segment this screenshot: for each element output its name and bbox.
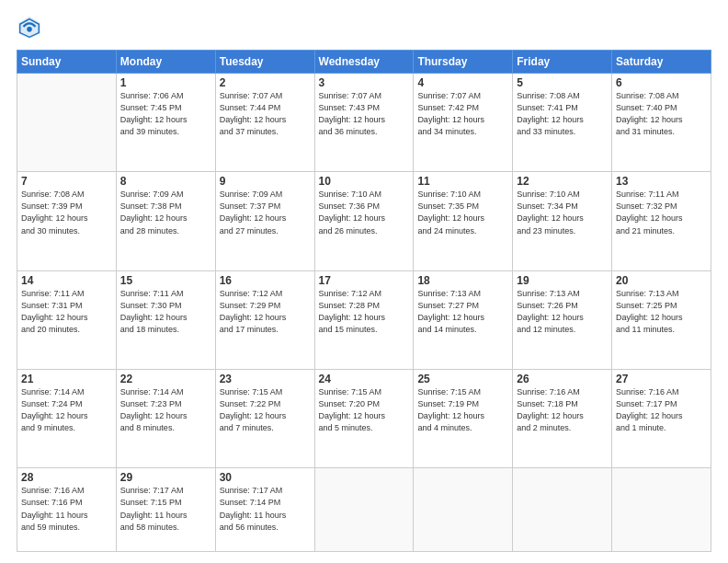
day-number: 3 <box>319 76 410 89</box>
calendar-col-header: Thursday <box>414 51 513 74</box>
calendar-cell: 18Sunrise: 7:13 AM Sunset: 7:27 PM Dayli… <box>414 270 513 369</box>
calendar-col-header: Monday <box>116 51 215 74</box>
day-info: Sunrise: 7:12 AM Sunset: 7:28 PM Dayligh… <box>319 288 410 336</box>
day-number: 28 <box>21 471 112 484</box>
calendar-cell: 9Sunrise: 7:09 AM Sunset: 7:37 PM Daylig… <box>215 172 314 270</box>
calendar-cell: 28Sunrise: 7:16 AM Sunset: 7:16 PM Dayli… <box>17 468 117 552</box>
day-info: Sunrise: 7:07 AM Sunset: 7:43 PM Dayligh… <box>319 90 410 138</box>
calendar-cell: 23Sunrise: 7:15 AM Sunset: 7:22 PM Dayli… <box>215 370 314 468</box>
calendar-cell: 10Sunrise: 7:10 AM Sunset: 7:36 PM Dayli… <box>314 172 414 270</box>
calendar-week-row: 7Sunrise: 7:08 AM Sunset: 7:39 PM Daylig… <box>17 172 711 270</box>
day-info: Sunrise: 7:17 AM Sunset: 7:14 PM Dayligh… <box>220 485 311 533</box>
calendar-cell <box>513 468 612 552</box>
day-number: 16 <box>220 274 311 287</box>
day-info: Sunrise: 7:07 AM Sunset: 7:42 PM Dayligh… <box>417 90 508 138</box>
calendar-col-header: Tuesday <box>215 51 314 74</box>
day-number: 21 <box>21 373 112 385</box>
calendar-cell: 12Sunrise: 7:10 AM Sunset: 7:34 PM Dayli… <box>513 172 612 270</box>
day-number: 11 <box>417 175 508 188</box>
calendar-cell: 17Sunrise: 7:12 AM Sunset: 7:28 PM Dayli… <box>314 270 414 369</box>
day-info: Sunrise: 7:07 AM Sunset: 7:44 PM Dayligh… <box>220 90 311 138</box>
calendar-cell: 26Sunrise: 7:16 AM Sunset: 7:18 PM Dayli… <box>513 370 612 468</box>
calendar-week-row: 1Sunrise: 7:06 AM Sunset: 7:45 PM Daylig… <box>17 74 711 172</box>
day-number: 5 <box>517 76 608 89</box>
day-info: Sunrise: 7:10 AM Sunset: 7:35 PM Dayligh… <box>417 189 508 236</box>
calendar-cell: 27Sunrise: 7:16 AM Sunset: 7:17 PM Dayli… <box>612 370 711 468</box>
day-number: 7 <box>21 175 112 188</box>
day-info: Sunrise: 7:16 AM Sunset: 7:17 PM Dayligh… <box>616 386 707 434</box>
calendar-cell: 30Sunrise: 7:17 AM Sunset: 7:14 PM Dayli… <box>215 468 314 552</box>
day-number: 8 <box>120 175 211 188</box>
day-info: Sunrise: 7:11 AM Sunset: 7:30 PM Dayligh… <box>120 288 211 336</box>
day-number: 26 <box>517 373 608 385</box>
calendar-cell: 14Sunrise: 7:11 AM Sunset: 7:31 PM Dayli… <box>17 270 117 369</box>
calendar-cell: 15Sunrise: 7:11 AM Sunset: 7:30 PM Dayli… <box>116 270 215 369</box>
day-number: 4 <box>417 76 508 89</box>
day-number: 10 <box>319 175 410 188</box>
day-number: 27 <box>616 373 707 385</box>
day-info: Sunrise: 7:09 AM Sunset: 7:37 PM Dayligh… <box>220 189 311 236</box>
day-info: Sunrise: 7:11 AM Sunset: 7:31 PM Dayligh… <box>21 288 112 336</box>
calendar-week-row: 14Sunrise: 7:11 AM Sunset: 7:31 PM Dayli… <box>17 270 711 369</box>
day-number: 24 <box>319 373 410 385</box>
calendar-header-row: SundayMondayTuesdayWednesdayThursdayFrid… <box>17 51 711 74</box>
calendar-table: SundayMondayTuesdayWednesdayThursdayFrid… <box>17 50 711 552</box>
day-info: Sunrise: 7:08 AM Sunset: 7:40 PM Dayligh… <box>616 90 707 138</box>
svg-point-2 <box>27 27 32 32</box>
day-number: 9 <box>220 175 311 188</box>
calendar-week-row: 28Sunrise: 7:16 AM Sunset: 7:16 PM Dayli… <box>17 468 711 552</box>
calendar-col-header: Sunday <box>17 51 117 74</box>
day-number: 23 <box>220 373 311 385</box>
day-number: 20 <box>616 274 707 287</box>
header <box>17 15 711 40</box>
calendar-cell <box>612 468 711 552</box>
day-number: 1 <box>120 76 211 89</box>
day-info: Sunrise: 7:08 AM Sunset: 7:41 PM Dayligh… <box>517 90 608 138</box>
calendar-cell: 5Sunrise: 7:08 AM Sunset: 7:41 PM Daylig… <box>513 74 612 172</box>
calendar-cell: 21Sunrise: 7:14 AM Sunset: 7:24 PM Dayli… <box>17 370 117 468</box>
day-info: Sunrise: 7:15 AM Sunset: 7:20 PM Dayligh… <box>319 386 410 434</box>
day-info: Sunrise: 7:14 AM Sunset: 7:24 PM Dayligh… <box>21 386 112 434</box>
day-info: Sunrise: 7:13 AM Sunset: 7:27 PM Dayligh… <box>417 288 508 336</box>
day-number: 2 <box>220 76 311 89</box>
calendar-cell: 20Sunrise: 7:13 AM Sunset: 7:25 PM Dayli… <box>612 270 711 369</box>
day-info: Sunrise: 7:10 AM Sunset: 7:34 PM Dayligh… <box>517 189 608 236</box>
day-info: Sunrise: 7:16 AM Sunset: 7:16 PM Dayligh… <box>21 485 112 533</box>
calendar-cell: 2Sunrise: 7:07 AM Sunset: 7:44 PM Daylig… <box>215 74 314 172</box>
day-info: Sunrise: 7:15 AM Sunset: 7:19 PM Dayligh… <box>417 386 508 434</box>
calendar-cell: 3Sunrise: 7:07 AM Sunset: 7:43 PM Daylig… <box>314 74 414 172</box>
day-number: 19 <box>517 274 608 287</box>
day-number: 6 <box>616 76 707 89</box>
page: SundayMondayTuesdayWednesdayThursdayFrid… <box>0 0 728 563</box>
day-number: 29 <box>120 471 211 484</box>
day-number: 18 <box>417 274 508 287</box>
calendar-cell <box>414 468 513 552</box>
day-number: 14 <box>21 274 112 287</box>
calendar-col-header: Wednesday <box>314 51 414 74</box>
day-info: Sunrise: 7:13 AM Sunset: 7:26 PM Dayligh… <box>517 288 608 336</box>
day-info: Sunrise: 7:10 AM Sunset: 7:36 PM Dayligh… <box>319 189 410 236</box>
day-info: Sunrise: 7:12 AM Sunset: 7:29 PM Dayligh… <box>220 288 311 336</box>
day-info: Sunrise: 7:15 AM Sunset: 7:22 PM Dayligh… <box>220 386 311 434</box>
logo <box>17 15 46 40</box>
calendar-cell: 1Sunrise: 7:06 AM Sunset: 7:45 PM Daylig… <box>116 74 215 172</box>
day-info: Sunrise: 7:11 AM Sunset: 7:32 PM Dayligh… <box>616 189 707 236</box>
day-info: Sunrise: 7:13 AM Sunset: 7:25 PM Dayligh… <box>616 288 707 336</box>
day-info: Sunrise: 7:09 AM Sunset: 7:38 PM Dayligh… <box>120 189 211 236</box>
day-info: Sunrise: 7:14 AM Sunset: 7:23 PM Dayligh… <box>120 386 211 434</box>
calendar-cell: 4Sunrise: 7:07 AM Sunset: 7:42 PM Daylig… <box>414 74 513 172</box>
day-number: 13 <box>616 175 707 188</box>
day-info: Sunrise: 7:16 AM Sunset: 7:18 PM Dayligh… <box>517 386 608 434</box>
day-info: Sunrise: 7:17 AM Sunset: 7:15 PM Dayligh… <box>120 485 211 533</box>
calendar-col-header: Friday <box>513 51 612 74</box>
calendar-week-row: 21Sunrise: 7:14 AM Sunset: 7:24 PM Dayli… <box>17 370 711 468</box>
calendar-cell: 22Sunrise: 7:14 AM Sunset: 7:23 PM Dayli… <box>116 370 215 468</box>
calendar-col-header: Saturday <box>612 51 711 74</box>
day-number: 15 <box>120 274 211 287</box>
calendar-cell: 13Sunrise: 7:11 AM Sunset: 7:32 PM Dayli… <box>612 172 711 270</box>
calendar-cell: 6Sunrise: 7:08 AM Sunset: 7:40 PM Daylig… <box>612 74 711 172</box>
calendar-cell: 11Sunrise: 7:10 AM Sunset: 7:35 PM Dayli… <box>414 172 513 270</box>
calendar-cell: 29Sunrise: 7:17 AM Sunset: 7:15 PM Dayli… <box>116 468 215 552</box>
day-number: 22 <box>120 373 211 385</box>
calendar-cell: 25Sunrise: 7:15 AM Sunset: 7:19 PM Dayli… <box>414 370 513 468</box>
